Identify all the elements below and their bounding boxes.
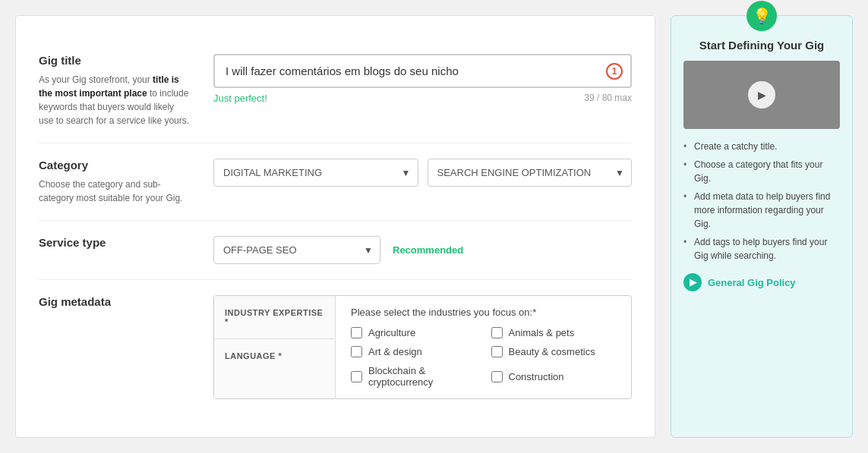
tip-list: Create a catchy title. Choose a category… [683, 140, 840, 263]
industries-checkboxes-grid: Agriculture Animals & pets Art & design [351, 327, 616, 388]
service-type-row: OFF-PAGE SEO ON-PAGE SEO TECHNICAL SEO ▼… [213, 236, 632, 264]
list-item[interactable]: Blockchain & cryptocurrency [351, 365, 476, 388]
service-type-heading: Service type [39, 236, 191, 249]
gig-title-desc-prefix: As your Gig storefront, your [39, 74, 153, 85]
list-item[interactable]: Animals & pets [491, 327, 617, 338]
list-item[interactable]: Construction [491, 365, 617, 388]
tip-item-3: Add tags to help buyers find your Gig wh… [683, 235, 840, 263]
industry-animals-pets-label: Animals & pets [509, 327, 575, 338]
service-type-select[interactable]: OFF-PAGE SEO ON-PAGE SEO TECHNICAL SEO [213, 236, 380, 264]
title-footer: Just perfect! 39 / 80 max [213, 93, 632, 104]
category-select-wrapper: DIGITAL MARKETING GRAPHICS & DESIGN PROG… [213, 159, 418, 187]
tip-content: Start Defining Your Gig ▶ Create a catch… [671, 16, 852, 304]
service-type-select-wrapper: OFF-PAGE SEO ON-PAGE SEO TECHNICAL SEO ▼ [213, 236, 380, 264]
subcategory-select[interactable]: SEARCH ENGINE OPTIMIZATION SOCIAL MEDIA … [428, 159, 633, 187]
gig-title-description: As your Gig storefront, your title is th… [39, 73, 191, 127]
list-item[interactable]: Agriculture [351, 327, 476, 338]
gig-metadata-content: INDUSTRY EXPERTISE * LANGUAGE * Please s… [213, 295, 632, 399]
tip-item-2: Add meta data to help buyers find more i… [683, 190, 840, 231]
gig-title-input[interactable] [213, 54, 632, 88]
industry-art-design-checkbox[interactable] [351, 346, 362, 357]
industry-beauty-cosmetics-label: Beauty & cosmetics [509, 346, 595, 357]
title-input-wrapper: 1 [213, 54, 632, 88]
gig-title-section: Gig title As your Gig storefront, your t… [39, 39, 632, 143]
gig-title-heading: Gig title [39, 54, 191, 67]
gig-metadata-section: Gig metadata INDUSTRY EXPERTISE * LANGUA… [39, 280, 632, 414]
meta-right-title: Please select the industries you focus o… [351, 307, 616, 318]
industry-construction-checkbox[interactable] [491, 371, 503, 382]
tip-lightbulb-icon: 💡 [746, 1, 777, 31]
title-status: Just perfect! [213, 93, 267, 104]
title-info-icon: 1 [606, 63, 623, 80]
tip-item-0: Create a catchy title. [683, 140, 840, 153]
gig-policy-label: General Gig Policy [708, 277, 796, 288]
industry-construction-label: Construction [509, 371, 564, 382]
category-description: Choose the category and sub-category mos… [39, 178, 191, 205]
meta-left-industry: INDUSTRY EXPERTISE * [214, 296, 335, 339]
metadata-left-column: INDUSTRY EXPERTISE * LANGUAGE * [214, 296, 336, 398]
category-select[interactable]: DIGITAL MARKETING GRAPHICS & DESIGN PROG… [213, 159, 418, 187]
industry-art-design-label: Art & design [368, 346, 422, 357]
gig-metadata-heading: Gig metadata [39, 295, 191, 308]
main-form-card: Gig title As your Gig storefront, your t… [15, 15, 655, 438]
category-content: DIGITAL MARKETING GRAPHICS & DESIGN PROG… [213, 159, 632, 205]
metadata-right-column: Please select the industries you focus o… [336, 296, 631, 398]
gig-metadata-label-block: Gig metadata [39, 295, 191, 399]
industry-blockchain-checkbox[interactable] [351, 371, 362, 382]
gig-title-label-block: Gig title As your Gig storefront, your t… [39, 54, 191, 127]
general-gig-policy-link[interactable]: ▶ General Gig Policy [683, 273, 840, 291]
metadata-table: INDUSTRY EXPERTISE * LANGUAGE * Please s… [213, 295, 632, 399]
list-item[interactable]: Art & design [351, 346, 476, 357]
industry-beauty-cosmetics-checkbox[interactable] [491, 346, 503, 357]
category-section: Category Choose the category and sub-cat… [39, 143, 632, 221]
industry-agriculture-label: Agriculture [368, 327, 415, 338]
tip-video-inner: ▶ [683, 61, 840, 129]
industry-animals-pets-checkbox[interactable] [491, 327, 503, 338]
service-type-label-block: Service type [39, 236, 191, 264]
tip-panel: 💡 Start Defining Your Gig ▶ Create a cat… [671, 15, 853, 438]
industry-agriculture-checkbox[interactable] [351, 327, 362, 338]
category-label-block: Category Choose the category and sub-cat… [39, 159, 191, 205]
recommended-badge: Recommended [393, 244, 463, 256]
service-type-content: OFF-PAGE SEO ON-PAGE SEO TECHNICAL SEO ▼… [213, 236, 632, 264]
industry-blockchain-label: Blockchain & cryptocurrency [368, 365, 476, 388]
tip-title: Start Defining Your Gig [683, 39, 840, 52]
meta-left-language: LANGUAGE * [214, 339, 335, 373]
tip-video-thumbnail[interactable]: ▶ [683, 61, 840, 129]
title-count: 39 / 80 max [584, 93, 632, 104]
metadata-table-inner: INDUSTRY EXPERTISE * LANGUAGE * Please s… [214, 296, 631, 398]
play-button-icon[interactable]: ▶ [748, 81, 775, 109]
gig-title-content: 1 Just perfect! 39 / 80 max [213, 54, 632, 127]
category-dropdowns-row: DIGITAL MARKETING GRAPHICS & DESIGN PROG… [213, 159, 632, 187]
tip-item-1: Choose a category that fits your Gig. [683, 158, 840, 185]
gig-policy-icon: ▶ [683, 273, 702, 291]
subcategory-select-wrapper: SEARCH ENGINE OPTIMIZATION SOCIAL MEDIA … [428, 159, 633, 187]
category-heading: Category [39, 159, 191, 171]
list-item[interactable]: Beauty & cosmetics [491, 346, 617, 357]
service-type-section: Service type OFF-PAGE SEO ON-PAGE SEO TE… [39, 221, 632, 280]
